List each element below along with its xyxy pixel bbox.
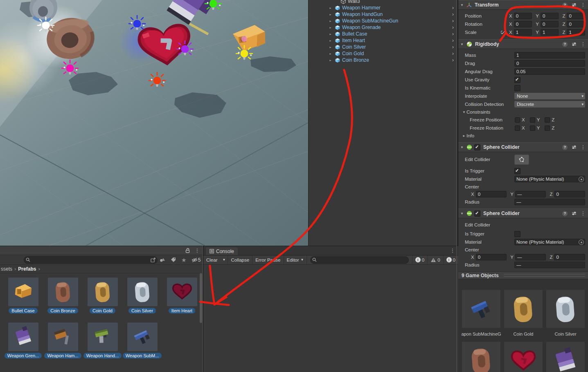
use-gravity-checkbox[interactable]: [514, 77, 520, 83]
mass-input[interactable]: 1: [514, 52, 585, 58]
project-item-weapon-hammer[interactable]: Weapon Ham...: [43, 323, 83, 368]
editor-dropdown[interactable]: Editor▼: [284, 255, 307, 264]
project-item-coin-silver[interactable]: Coin Silver: [122, 278, 162, 323]
position-x-input[interactable]: 0: [514, 13, 532, 19]
center-y-input[interactable]: —: [515, 254, 546, 260]
scene-view[interactable]: [0, 0, 308, 246]
sphere-collider-1-header[interactable]: ▼ Sphere Collider ? ⋮: [458, 142, 588, 152]
chevron-right-icon[interactable]: ›: [452, 25, 454, 29]
favorites-button[interactable]: ★: [178, 256, 189, 264]
preview-item[interactable]: [460, 342, 502, 372]
hidden-packages-toggle[interactable]: 5: [189, 256, 203, 264]
preview-item[interactable]: Coin Silver: [545, 290, 587, 342]
freeze-rotation-y-checkbox[interactable]: [530, 125, 535, 131]
expand-arrow-icon[interactable]: ►: [329, 20, 335, 22]
position-z-input[interactable]: 0: [567, 13, 585, 19]
position-y-input[interactable]: 0: [541, 13, 559, 19]
info-foldout[interactable]: ► Info: [458, 132, 588, 139]
project-console-splitter[interactable]: [202, 246, 203, 372]
help-icon[interactable]: ?: [562, 145, 568, 150]
kebab-menu-icon[interactable]: ⋮: [450, 248, 455, 253]
project-item-weapon-handgun[interactable]: Weapon Hand...: [83, 323, 122, 368]
hierarchy-item[interactable]: ► Coin Bronze ›: [309, 57, 457, 63]
project-item-coin-gold[interactable]: Coin Gold: [83, 278, 122, 323]
collapse-button[interactable]: Collapse: [228, 255, 252, 264]
material-object-field[interactable]: None (Physic Material): [514, 176, 585, 182]
breadcrumb-folder[interactable]: Prefabs: [18, 266, 36, 272]
project-item-coin-bronze[interactable]: Coin Bronze: [43, 278, 83, 323]
chevron-right-icon[interactable]: ›: [452, 32, 454, 36]
chevron-right-icon[interactable]: ›: [452, 45, 454, 49]
expand-arrow-icon[interactable]: ►: [329, 13, 335, 16]
tab-console[interactable]: Console: [206, 247, 238, 255]
material-object-field[interactable]: None (Physic Material): [514, 239, 585, 245]
help-icon[interactable]: ?: [562, 211, 568, 216]
scale-y-input[interactable]: 1: [541, 29, 559, 36]
clear-button[interactable]: Clear: [203, 255, 220, 264]
chevron-right-icon[interactable]: ›: [452, 38, 454, 43]
presets-icon[interactable]: [572, 211, 577, 216]
transform-header[interactable]: ▼ Transform ? ⋮: [458, 0, 588, 10]
freeze-rotation-x-checkbox[interactable]: [515, 125, 520, 131]
preview-item[interactable]: Coin Gold: [502, 290, 545, 342]
kebab-menu-icon[interactable]: ⋮: [195, 248, 200, 253]
hierarchy-item[interactable]: ► Weapon Grenade ›: [309, 24, 457, 31]
interpolate-dropdown[interactable]: None▾: [514, 93, 585, 99]
presets-icon[interactable]: [572, 42, 577, 47]
search-by-type-button[interactable]: [158, 256, 168, 264]
preview-item[interactable]: apon SubMachineG: [460, 290, 502, 342]
sphere-collider-2-header[interactable]: ▼ Sphere Collider ? ⋮: [458, 208, 588, 218]
inspector-splitter[interactable]: [456, 0, 457, 372]
preview-header-bar[interactable]: 9 Game Objects: [458, 271, 588, 279]
kebab-menu-icon[interactable]: ⋮: [581, 144, 586, 150]
project-item-bullet-case[interactable]: Bullet Case: [3, 278, 43, 323]
expand-arrow-icon[interactable]: ►: [329, 52, 335, 55]
expand-arrow-icon[interactable]: ►: [329, 33, 335, 36]
project-item-weapon-submachinegun[interactable]: Weapon SubM...: [122, 323, 162, 368]
foldout-open-icon[interactable]: ▼: [460, 146, 464, 149]
chevron-right-icon[interactable]: ›: [452, 52, 454, 56]
rigidbody-header[interactable]: ▼ Rigidbody ? ⋮: [458, 39, 588, 49]
hierarchy-item[interactable]: ► Weapon SubMachineGun ›: [309, 18, 457, 24]
kebab-menu-icon[interactable]: ⋮: [581, 211, 586, 216]
component-enabled-checkbox[interactable]: [474, 144, 480, 150]
unlock-icon[interactable]: [185, 248, 190, 253]
constrain-proportions-off-icon[interactable]: [501, 29, 507, 35]
is-kinematic-checkbox[interactable]: [514, 85, 520, 91]
project-item-weapon-grenade[interactable]: Weapon Gren...: [3, 323, 43, 368]
angular-drag-input[interactable]: 0.05: [514, 68, 585, 75]
freeze-position-x-checkbox[interactable]: [515, 117, 520, 123]
presets-icon[interactable]: [572, 2, 577, 7]
chevron-right-icon[interactable]: ›: [452, 19, 454, 23]
center-z-input[interactable]: 0: [554, 254, 585, 260]
drag-input[interactable]: 0: [514, 60, 585, 67]
freeze-position-y-checkbox[interactable]: [530, 117, 535, 123]
center-x-input[interactable]: 0: [476, 254, 507, 260]
open-in-window-icon[interactable]: [151, 258, 155, 262]
info-messages-toggle[interactable]: ! 0: [412, 255, 427, 264]
radius-input[interactable]: —: [514, 262, 585, 268]
kebab-menu-icon[interactable]: ⋮: [581, 41, 586, 47]
hierarchy-item[interactable]: ► Weapon HandGun ›: [309, 11, 457, 18]
hierarchy-item[interactable]: ► Coin Gold ›: [309, 50, 457, 57]
object-picker-icon[interactable]: [579, 177, 584, 182]
expand-arrow-icon[interactable]: ►: [329, 26, 335, 29]
hierarchy-item[interactable]: ► Weapon Hammer ›: [309, 4, 457, 11]
chevron-right-icon[interactable]: ›: [452, 6, 454, 10]
foldout-open-icon[interactable]: ▼: [460, 3, 464, 7]
breadcrumb-root[interactable]: ssets: [1, 266, 12, 272]
chevron-right-icon[interactable]: ›: [452, 58, 454, 62]
scale-x-input[interactable]: 1: [514, 29, 532, 36]
rotation-z-input[interactable]: 0: [567, 21, 585, 27]
console-search-input[interactable]: [310, 256, 408, 264]
presets-icon[interactable]: [572, 145, 577, 150]
search-by-label-button[interactable]: [168, 256, 178, 264]
center-y-input[interactable]: —: [515, 191, 546, 197]
expand-arrow-icon[interactable]: ►: [329, 7, 335, 9]
freeze-rotation-z-checkbox[interactable]: [545, 125, 550, 131]
edit-collider-button[interactable]: [514, 155, 529, 165]
chevron-right-icon[interactable]: ›: [452, 12, 454, 16]
help-icon[interactable]: ?: [562, 42, 568, 47]
preview-resize-grip[interactable]: [504, 274, 585, 277]
help-icon[interactable]: ?: [562, 2, 568, 8]
